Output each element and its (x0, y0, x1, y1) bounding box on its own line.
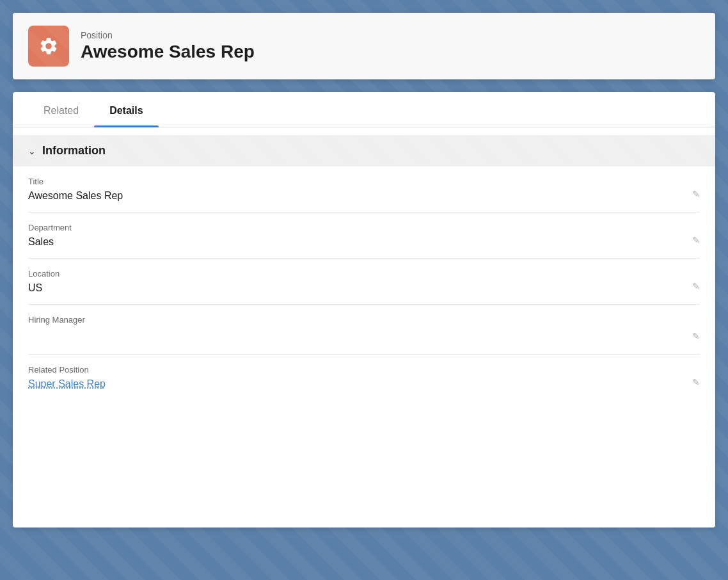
field-location-value: US (28, 282, 700, 294)
field-related-position: Related Position Super Sales Rep ✎ (28, 355, 700, 400)
header-text: Position Awesome Sales Rep (81, 30, 255, 62)
field-title-label: Title (28, 177, 700, 186)
section-information-header[interactable]: ⌄ Information (13, 135, 715, 166)
field-hiring-manager-value (28, 328, 700, 344)
chevron-down-icon: ⌄ (28, 146, 36, 156)
field-department-label: Department (28, 223, 700, 232)
field-location-label: Location (28, 269, 700, 278)
header-title: Awesome Sales Rep (81, 42, 255, 62)
gear-icon (38, 36, 59, 56)
field-group: Title Awesome Sales Rep ✎ Department Sal… (13, 166, 715, 400)
edit-related-position-icon[interactable]: ✎ (692, 377, 700, 387)
edit-title-icon[interactable]: ✎ (692, 189, 700, 199)
field-department-value: Sales (28, 236, 700, 248)
tabs-container: Related Details (13, 92, 715, 127)
edit-hiring-manager-icon[interactable]: ✎ (692, 331, 700, 341)
field-location: Location US ✎ (28, 259, 700, 305)
tab-related[interactable]: Related (28, 92, 94, 127)
edit-department-icon[interactable]: ✎ (692, 235, 700, 245)
field-title: Title Awesome Sales Rep ✎ (28, 166, 700, 213)
tab-details[interactable]: Details (94, 92, 158, 127)
field-title-value: Awesome Sales Rep (28, 190, 700, 202)
field-related-position-label: Related Position (28, 365, 700, 375)
header-label: Position (81, 30, 255, 40)
field-hiring-manager-label: Hiring Manager (28, 315, 700, 325)
field-related-position-value[interactable]: Super Sales Rep (28, 378, 700, 390)
main-content: Related Details ⌄ Information Title Awes… (13, 92, 715, 528)
section-title: Information (42, 144, 106, 157)
field-hiring-manager: Hiring Manager ✎ (28, 305, 700, 355)
edit-location-icon[interactable]: ✎ (692, 281, 700, 291)
field-department: Department Sales ✎ (28, 213, 700, 259)
position-icon (28, 26, 69, 67)
header-card: Position Awesome Sales Rep (13, 13, 715, 79)
